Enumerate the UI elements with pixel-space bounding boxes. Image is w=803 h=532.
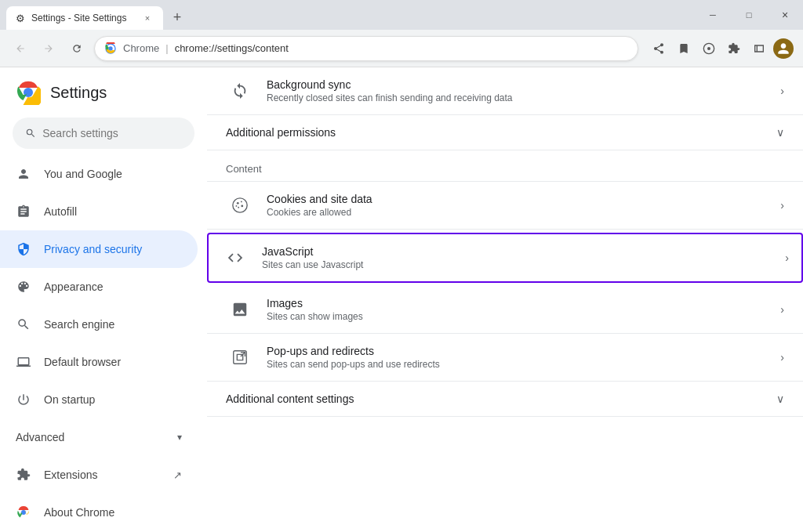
image-icon xyxy=(226,295,254,324)
chevron-right-icon: › xyxy=(780,199,784,212)
additional-content-settings-header[interactable]: Additional content settings ∨ xyxy=(207,382,803,417)
sidebar-item-on-startup[interactable]: On startup xyxy=(0,381,198,418)
sidebar-item-label: Search engine xyxy=(44,318,182,331)
background-sync-item[interactable]: Background sync Recently closed sites ca… xyxy=(207,67,803,115)
power-icon xyxy=(16,392,31,407)
active-tab[interactable]: ⚙ Settings - Site Settings × xyxy=(6,6,163,30)
address-bar: Chrome | chrome://settings/content xyxy=(0,30,803,67)
images-item[interactable]: Images Sites can show images › xyxy=(207,286,803,334)
popup-icon xyxy=(226,343,254,371)
url-bar[interactable]: Chrome | chrome://settings/content xyxy=(94,36,638,61)
additional-permissions-header[interactable]: Additional permissions ∨ xyxy=(207,115,803,150)
background-sync-subtitle: Recently closed sites can finish sending… xyxy=(267,92,774,103)
advanced-label: Advanced xyxy=(16,431,165,443)
url-path: chrome://settings/content xyxy=(175,42,289,54)
search-input[interactable] xyxy=(42,127,182,139)
palette-icon xyxy=(16,279,31,295)
popups-subtitle: Sites can send pop-ups and use redirects xyxy=(267,359,774,370)
profile-avatar[interactable] xyxy=(773,38,794,59)
settings-title: Settings xyxy=(50,84,107,102)
puzzle-icon xyxy=(16,467,31,483)
sidebar-item-you-and-google[interactable]: You and Google xyxy=(0,155,198,193)
cookies-text: Cookies and site data Cookies are allowe… xyxy=(267,193,774,218)
url-favicon xyxy=(104,42,117,55)
sidebar-item-label: Default browser xyxy=(44,356,182,368)
sidebar-toggle-button[interactable] xyxy=(748,38,770,60)
sidebar-item-default-browser[interactable]: Default browser xyxy=(0,343,198,381)
refresh-button[interactable] xyxy=(66,38,88,60)
chrome-logo xyxy=(16,80,41,105)
back-button[interactable] xyxy=(9,38,31,60)
popups-title: Pop-ups and redirects xyxy=(267,345,774,357)
chevron-right-icon: › xyxy=(780,85,784,97)
javascript-item[interactable]: JavaScript Sites can use Javascript › xyxy=(207,233,803,283)
additional-content-chevron: ∨ xyxy=(776,393,784,405)
content-section-label: Content xyxy=(226,163,262,175)
settings-header: Settings xyxy=(0,67,207,118)
cookies-title: Cookies and site data xyxy=(267,193,774,205)
app-body: Settings You and Google Autof xyxy=(0,67,803,532)
svg-point-8 xyxy=(241,201,242,203)
sidebar-item-label: About Chrome xyxy=(44,506,182,519)
external-link-icon: ↗ xyxy=(173,469,182,481)
svg-point-10 xyxy=(238,207,239,208)
background-sync-title: Background sync xyxy=(267,78,774,91)
content-section-header: Content xyxy=(207,150,803,182)
url-separator: | xyxy=(165,42,168,54)
svg-point-11 xyxy=(236,205,238,207)
bookmark-button[interactable] xyxy=(673,38,695,60)
sidebar-item-label: On startup xyxy=(44,393,182,406)
title-bar: ⚙ Settings - Site Settings × + ─ □ × xyxy=(0,0,803,30)
sidebar-item-about-chrome[interactable]: About Chrome xyxy=(0,494,198,531)
window-controls: ─ □ × xyxy=(695,3,803,30)
person-icon xyxy=(16,166,31,182)
cookie-icon xyxy=(226,191,254,219)
close-button[interactable]: × xyxy=(767,3,803,27)
chevron-right-icon: › xyxy=(780,303,784,316)
shield-icon xyxy=(16,241,31,257)
search-icon xyxy=(25,127,36,139)
maximize-button[interactable]: □ xyxy=(731,3,767,27)
sidebar-item-appearance[interactable]: Appearance xyxy=(0,268,198,306)
toolbar-icons xyxy=(648,38,794,60)
chevron-right-icon: › xyxy=(780,351,784,364)
page-share-button[interactable] xyxy=(648,38,670,60)
new-tab-button[interactable]: + xyxy=(166,6,188,28)
sidebar-item-label: Autofill xyxy=(44,205,182,218)
popups-item[interactable]: Pop-ups and redirects Sites can send pop… xyxy=(207,334,803,382)
tab-title: Settings - Site Settings xyxy=(31,13,126,24)
additional-content-settings-label: Additional content settings xyxy=(226,393,354,405)
clipboard-icon xyxy=(16,204,31,219)
images-title: Images xyxy=(267,297,774,309)
sidebar-item-autofill[interactable]: Autofill xyxy=(0,193,198,230)
minimize-button[interactable]: ─ xyxy=(695,3,731,27)
sidebar-item-advanced[interactable]: Advanced ▾ xyxy=(0,418,198,456)
code-icon xyxy=(221,244,249,272)
cookies-item[interactable]: Cookies and site data Cookies are allowe… xyxy=(207,182,803,230)
sidebar-item-label: You and Google xyxy=(44,168,182,180)
main-panel: Background sync Recently closed sites ca… xyxy=(207,67,803,532)
sidebar-item-label: Extensions xyxy=(44,469,158,481)
chrome-menu-button[interactable] xyxy=(698,38,720,60)
svg-point-6 xyxy=(233,198,247,212)
background-sync-text: Background sync Recently closed sites ca… xyxy=(267,78,774,103)
sidebar: Settings You and Google Autof xyxy=(0,67,207,532)
javascript-subtitle: Sites can use Javascript xyxy=(262,259,779,270)
sidebar-item-extensions[interactable]: Extensions ↗ xyxy=(0,456,198,494)
sidebar-item-search-engine[interactable]: Search engine xyxy=(0,306,198,343)
cookies-subtitle: Cookies are allowed xyxy=(267,207,774,218)
tab-close-button[interactable]: × xyxy=(141,12,154,24)
additional-permissions-chevron: ∨ xyxy=(776,126,784,139)
search-bar[interactable] xyxy=(13,118,194,149)
forward-button[interactable] xyxy=(38,38,60,60)
javascript-title: JavaScript xyxy=(262,245,779,258)
url-domain: Chrome xyxy=(123,42,159,54)
images-text: Images Sites can show images xyxy=(267,297,774,322)
chevron-down-icon: ▾ xyxy=(177,432,182,443)
extensions-button[interactable] xyxy=(723,38,745,60)
monitor-icon xyxy=(16,354,31,370)
sidebar-item-privacy-security[interactable]: Privacy and security xyxy=(0,230,198,268)
additional-permissions-label: Additional permissions xyxy=(226,126,336,139)
popups-text: Pop-ups and redirects Sites can send pop… xyxy=(267,345,774,370)
sync-icon xyxy=(226,77,254,105)
